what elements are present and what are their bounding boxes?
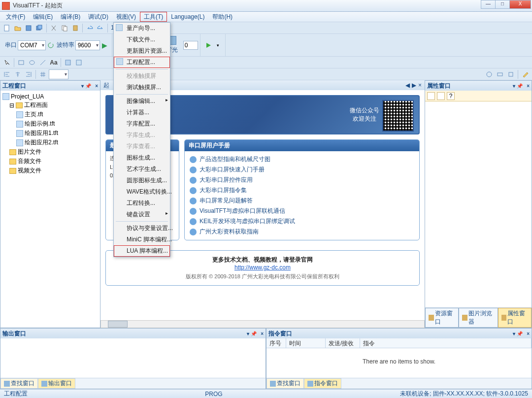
- text-tool[interactable]: Aa: [49, 58, 59, 67]
- menu-language[interactable]: Language(L): [167, 12, 208, 22]
- tree-folder-pics[interactable]: 图片文件: [2, 147, 98, 157]
- baud-select[interactable]: 9600: [75, 40, 100, 50]
- open-button[interactable]: [13, 23, 23, 33]
- line-tool[interactable]: [38, 58, 48, 67]
- tree-file[interactable]: 绘图应用2.tft: [2, 138, 98, 147]
- grid-toggle[interactable]: [38, 69, 48, 79]
- project-tree[interactable]: Project_LUA ⊟工程画面 主页.tft 绘图示例.tft 绘图应用1.…: [0, 91, 100, 328]
- format-tool-1[interactable]: [484, 69, 494, 79]
- prop-cat-button[interactable]: [437, 92, 445, 100]
- tree-folder-audio[interactable]: 音频文件: [2, 157, 98, 166]
- save-button[interactable]: [24, 23, 33, 33]
- menu-item-6[interactable]: 图像编辑...: [114, 96, 170, 107]
- close-panel-icon[interactable]: ×: [95, 83, 98, 89]
- tree-file[interactable]: 绘图示例.tft: [2, 119, 98, 129]
- align-center[interactable]: [13, 69, 23, 79]
- h-scrollbar[interactable]: [100, 320, 425, 328]
- manual-link[interactable]: VisualTFT与虚拟串口屏联机通信: [190, 206, 414, 216]
- paste-button[interactable]: [70, 23, 80, 33]
- prop-sort-button[interactable]: [427, 92, 435, 100]
- menu-tools[interactable]: 工具(T): [140, 12, 167, 22]
- menu-compile[interactable]: 编译(B): [57, 12, 84, 22]
- menu-item-2[interactable]: 更新图片资源...: [114, 45, 170, 57]
- menu-debug[interactable]: 调试(D): [84, 12, 112, 22]
- menu-item-12[interactable]: 艺术字生成...: [114, 164, 170, 175]
- maximize-button[interactable]: □: [495, 0, 510, 9]
- saveall-button[interactable]: [34, 23, 44, 33]
- close-panel-icon[interactable]: ×: [261, 331, 264, 336]
- pointer-tool[interactable]: [2, 58, 12, 67]
- pin-icon[interactable]: ▾ 📌: [247, 331, 257, 336]
- tree-folder-pages[interactable]: ⊟工程画面: [2, 100, 98, 110]
- new-button[interactable]: [2, 23, 12, 33]
- manual-link[interactable]: 串口屏常见问题解答: [190, 196, 414, 206]
- menu-item-3[interactable]: 工程配置...: [114, 57, 170, 68]
- menu-item-18[interactable]: MiniC 脚本编程...: [114, 234, 170, 245]
- tree-root[interactable]: Project_LUA: [2, 93, 98, 100]
- redo-button[interactable]: [96, 23, 105, 33]
- format-tool-3[interactable]: [506, 69, 516, 79]
- paint-tool[interactable]: [520, 69, 530, 79]
- widget-tool-2[interactable]: [74, 58, 84, 67]
- menu-help[interactable]: 帮助(H): [208, 12, 236, 22]
- property-grid[interactable]: [425, 101, 532, 307]
- col-dir[interactable]: 发送/接收: [326, 338, 360, 348]
- cut-button[interactable]: [49, 23, 59, 33]
- copy-button[interactable]: [60, 23, 69, 33]
- zoom-select[interactable]: [49, 69, 68, 79]
- start-tab[interactable]: 起: [103, 81, 109, 90]
- menu-item-1[interactable]: 下载文件...: [114, 34, 170, 45]
- manual-link[interactable]: 大彩串口屏控件应用: [190, 175, 414, 185]
- output-body[interactable]: [0, 338, 266, 378]
- widget-tool-1[interactable]: [63, 58, 73, 67]
- close-panel-icon[interactable]: ×: [527, 331, 530, 336]
- backlight-value[interactable]: [183, 41, 198, 50]
- menu-item-0[interactable]: 量产向导...: [114, 23, 170, 34]
- col-cmd[interactable]: 指令: [360, 338, 532, 348]
- nav-prev[interactable]: ◀: [405, 82, 410, 89]
- menu-item-19[interactable]: LUA 脚本编程...: [114, 245, 170, 257]
- rect-tool[interactable]: [16, 58, 26, 67]
- menu-item-16[interactable]: 键盘设置: [114, 209, 170, 220]
- run-button[interactable]: [203, 40, 213, 50]
- nav-next[interactable]: ▶: [412, 82, 416, 89]
- tab-resources[interactable]: 资源窗口: [425, 308, 459, 328]
- col-time[interactable]: 时间: [286, 338, 326, 348]
- manual-link[interactable]: 大彩串口屏指令集: [190, 185, 414, 196]
- command-list[interactable]: 序号 时间 发送/接收 指令 There are no items to sho…: [266, 338, 532, 378]
- menu-item-11[interactable]: 图标生成...: [114, 152, 170, 164]
- menu-view[interactable]: 视图(V): [112, 12, 140, 22]
- comport-select[interactable]: COM7: [18, 40, 46, 50]
- align-right[interactable]: [24, 69, 33, 79]
- menu-item-5[interactable]: 测试触摸屏...: [114, 82, 170, 93]
- menu-edit[interactable]: 编辑(E): [29, 12, 57, 22]
- manual-link[interactable]: 产品选型指南和机械尺寸图: [190, 154, 414, 165]
- comport-refresh[interactable]: [46, 40, 56, 50]
- nav-close[interactable]: ×: [418, 82, 422, 89]
- close-button[interactable]: X: [509, 0, 531, 9]
- format-tool-2[interactable]: [495, 69, 505, 79]
- prop-help-button[interactable]: ?: [447, 92, 455, 100]
- manual-link[interactable]: KEIL开发环境与虚拟串口屏绑定调试: [190, 216, 414, 227]
- run-dropdown[interactable]: ▾: [213, 40, 223, 50]
- tab-image-browser[interactable]: 图片浏览器: [459, 308, 498, 328]
- tab-properties[interactable]: 属性窗口: [498, 308, 532, 328]
- menu-item-15[interactable]: 工程转换...: [114, 198, 170, 209]
- pin-icon[interactable]: ▾ 📌: [81, 83, 91, 89]
- manual-link[interactable]: 广州大彩资料获取指南: [190, 227, 414, 237]
- undo-button[interactable]: [85, 23, 95, 33]
- col-index[interactable]: 序号: [266, 338, 286, 348]
- tab-search[interactable]: 查找窗口: [0, 378, 38, 389]
- pin-icon[interactable]: ▾ 📌: [513, 331, 523, 336]
- ellipse-tool[interactable]: [27, 58, 37, 67]
- minimize-button[interactable]: —: [481, 0, 496, 9]
- tab-search[interactable]: 查找窗口: [266, 378, 304, 389]
- menu-file[interactable]: 文件(F): [2, 12, 29, 22]
- manual-link[interactable]: 大彩串口屏快速入门手册: [190, 165, 414, 175]
- tab-output[interactable]: 输出窗口: [38, 378, 75, 389]
- menu-item-8[interactable]: 字库配置...: [114, 118, 170, 130]
- pin-icon[interactable]: ▾ 📌: [513, 83, 523, 89]
- menu-item-17[interactable]: 协议与变量设置...: [114, 223, 170, 234]
- tree-file[interactable]: 主页.tft: [2, 110, 98, 119]
- align-left[interactable]: [2, 69, 12, 79]
